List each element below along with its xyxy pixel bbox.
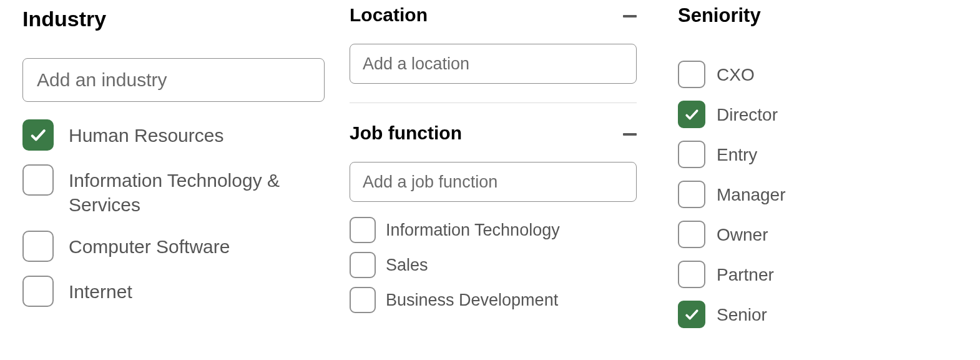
option-job-function-sales[interactable]: Sales — [350, 252, 637, 278]
location-input[interactable] — [350, 44, 637, 84]
seniority-filter-section: Seniority CXODirectorEntryManagerOwnerPa… — [662, 0, 974, 341]
industry-options: Human ResourcesInformation Technology & … — [22, 119, 325, 307]
option-job-function-information-technology[interactable]: Information Technology — [350, 217, 637, 243]
checkbox[interactable] — [678, 101, 705, 128]
option-label: Entry — [717, 144, 757, 166]
job-function-filter-section: Job function Information TechnologySales… — [350, 118, 637, 313]
checkbox[interactable] — [22, 276, 54, 307]
option-seniority-owner[interactable]: Owner — [678, 221, 949, 248]
checkbox[interactable] — [678, 221, 705, 248]
option-seniority-senior[interactable]: Senior — [678, 301, 949, 328]
seniority-title: Seniority — [678, 4, 761, 27]
industry-input[interactable] — [22, 58, 325, 102]
option-industry-information-technology-services[interactable]: Information Technology & Services — [22, 164, 325, 217]
option-industry-computer-software[interactable]: Computer Software — [22, 231, 325, 262]
option-job-function-business-development[interactable]: Business Development — [350, 287, 637, 313]
seniority-options: CXODirectorEntryManagerOwnerPartnerSenio… — [678, 61, 949, 328]
minus-icon[interactable] — [623, 133, 637, 136]
option-industry-internet[interactable]: Internet — [22, 276, 325, 307]
option-seniority-entry[interactable]: Entry — [678, 141, 949, 168]
option-seniority-director[interactable]: Director — [678, 101, 949, 128]
location-filter-section: Location — [350, 0, 637, 84]
minus-icon[interactable] — [623, 15, 637, 18]
checkbox[interactable] — [678, 181, 705, 208]
industry-filter-section: Industry Human ResourcesInformation Tech… — [0, 0, 350, 341]
checkbox[interactable] — [22, 119, 54, 151]
option-seniority-partner[interactable]: Partner — [678, 261, 949, 288]
job-function-input[interactable] — [350, 162, 637, 202]
checkbox[interactable] — [678, 61, 705, 88]
option-label: Human Resources — [69, 123, 223, 148]
option-label: Business Development — [386, 289, 558, 311]
option-label: Partner — [717, 264, 774, 286]
option-seniority-cxo[interactable]: CXO — [678, 61, 949, 88]
checkbox[interactable] — [350, 287, 376, 313]
option-label: Senior — [717, 304, 767, 326]
checkbox[interactable] — [22, 164, 54, 196]
option-label: Internet — [69, 279, 132, 304]
location-title: Location — [350, 4, 428, 26]
option-label: CXO — [717, 64, 755, 86]
option-industry-human-resources[interactable]: Human Resources — [22, 119, 325, 151]
checkbox[interactable] — [678, 261, 705, 288]
option-label: Director — [717, 104, 778, 126]
option-label: Information Technology & Services — [69, 168, 318, 217]
industry-title: Industry — [22, 6, 106, 32]
checkbox[interactable] — [678, 141, 705, 168]
checkbox[interactable] — [678, 301, 705, 328]
checkbox[interactable] — [350, 252, 376, 278]
option-label: Manager — [717, 184, 786, 206]
job-function-title: Job function — [350, 122, 462, 144]
option-label: Information Technology — [386, 219, 560, 241]
section-divider — [350, 102, 637, 103]
job-function-options: Information TechnologySalesBusiness Deve… — [350, 217, 637, 313]
option-seniority-manager[interactable]: Manager — [678, 181, 949, 208]
option-label: Owner — [717, 224, 768, 246]
option-label: Computer Software — [69, 234, 230, 259]
option-label: Sales — [386, 254, 428, 276]
checkbox[interactable] — [350, 217, 376, 243]
checkbox[interactable] — [22, 231, 54, 262]
